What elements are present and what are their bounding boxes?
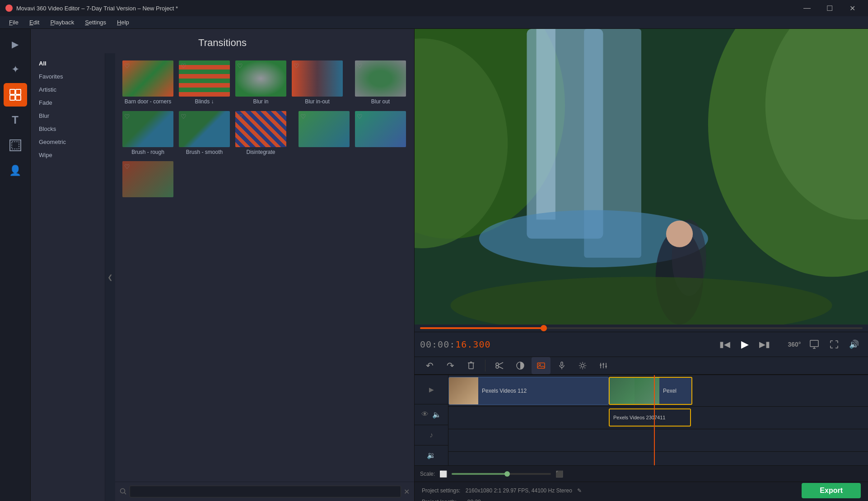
project-settings-label: Project settings: xyxy=(422,487,460,494)
svg-rect-39 xyxy=(602,364,604,365)
favorite-icon-blur-out[interactable]: ♡ xyxy=(357,62,363,70)
color-adjust-button[interactable] xyxy=(511,357,530,374)
category-favorites[interactable]: Favorites xyxy=(31,70,105,83)
search-input[interactable] xyxy=(130,486,401,497)
transition-barn-door[interactable]: ♡ Barn door - corners xyxy=(120,58,176,108)
scale-shrink-icon[interactable]: ⬜ xyxy=(439,470,447,478)
category-blocks[interactable]: Blocks xyxy=(31,122,105,135)
favorite-icon-barn[interactable]: ♡ xyxy=(124,62,130,70)
fullscreen-button[interactable] xyxy=(826,336,843,353)
favorite-icon-brush-rough[interactable]: ♡ xyxy=(124,113,130,120)
scale-track[interactable] xyxy=(452,473,551,475)
menu-edit[interactable]: Edit xyxy=(24,17,45,28)
favorite-icon-partial3[interactable]: ♡ xyxy=(124,163,130,170)
svg-point-6 xyxy=(121,489,125,493)
volume-button[interactable]: 🔊 xyxy=(845,336,863,353)
category-blur[interactable]: Blur xyxy=(31,109,105,122)
favorite-icon-blur-inout[interactable]: ♡ xyxy=(294,62,299,70)
fullscreen-icon xyxy=(830,340,839,349)
collapse-panel-button[interactable]: ❮ xyxy=(105,53,115,501)
export-button[interactable]: Export xyxy=(802,483,861,498)
music-note-icon[interactable]: ♪ xyxy=(429,431,433,439)
favorite-icon-disintegrate[interactable]: ♡ xyxy=(237,113,243,120)
export-frame-button[interactable] xyxy=(806,336,823,353)
cut-button[interactable] xyxy=(490,357,509,374)
favorite-icon-blinds[interactable]: ♡ xyxy=(181,62,187,70)
trash-icon xyxy=(467,361,476,370)
category-wipe[interactable]: Wipe xyxy=(31,148,105,162)
video-clip-1[interactable]: Pexels Videos 112 xyxy=(448,377,609,405)
eye-icon[interactable]: 👁 xyxy=(421,410,429,418)
transition-disintegrate[interactable]: ♡ Disintegrate xyxy=(233,108,289,159)
favorite-icon-partial2[interactable]: ♡ xyxy=(357,113,363,120)
favorite-icon-partial1[interactable]: ♡ xyxy=(300,113,306,120)
play-button[interactable]: ▶ xyxy=(736,336,753,353)
menu-help[interactable]: Help xyxy=(112,17,135,28)
redo-button[interactable]: ↷ xyxy=(441,357,460,374)
transitions-title: Transitions xyxy=(31,29,414,53)
image-effects-button[interactable] xyxy=(532,357,551,374)
sidebar-item-people[interactable]: 👤 xyxy=(4,159,27,182)
sidebar-item-overlay[interactable] xyxy=(4,134,27,157)
video-clip-2[interactable]: Pexel xyxy=(609,377,692,405)
skip-to-end-button[interactable]: ▶▮ xyxy=(756,336,773,353)
menu-file[interactable]: File xyxy=(4,17,24,28)
transition-blur-inout[interactable]: ♡ Blur in-out xyxy=(289,58,345,108)
transition-thumb-blinds: ♡ xyxy=(179,60,230,97)
menu-playback[interactable]: Playback xyxy=(45,17,79,28)
category-all[interactable]: All xyxy=(31,57,105,70)
subtitle-clip[interactable]: Pexels Videos 2307411 xyxy=(609,408,691,427)
category-sidebar: All Favorites Artistic Fade Blur Blocks … xyxy=(31,53,105,501)
transition-thumb-partial1: ♡ xyxy=(299,111,350,147)
mic-icon xyxy=(557,361,566,370)
scale-expand-icon[interactable]: ⬛ xyxy=(555,470,563,478)
transition-blinds[interactable]: ♡ Blinds ↓ xyxy=(176,58,233,108)
favorite-icon-brush-smooth[interactable]: ♡ xyxy=(181,113,187,120)
sidebar-item-text[interactable]: T xyxy=(4,108,27,132)
transition-brush-smooth[interactable]: ♡ Brush - smooth xyxy=(176,108,233,159)
transitions-panel: Transitions All Favorites Artistic Fade … xyxy=(31,29,415,501)
progress-thumb[interactable] xyxy=(541,325,547,331)
sidebar-item-magic[interactable]: ✦ xyxy=(4,58,27,81)
sidebar-item-video[interactable]: ▶ xyxy=(4,32,27,56)
audio-record-button[interactable] xyxy=(552,357,571,374)
category-geometric[interactable]: Geometric xyxy=(31,135,105,148)
svg-rect-1 xyxy=(16,89,21,94)
scale-thumb[interactable] xyxy=(504,471,510,477)
speaker-icon[interactable]: 🔈 xyxy=(432,410,441,419)
favorite-icon-blur-in[interactable]: ♡ xyxy=(237,62,243,70)
close-button[interactable]: ✕ xyxy=(842,0,863,16)
transition-partial2[interactable]: ♡ xyxy=(352,108,409,159)
category-fade[interactable]: Fade xyxy=(31,96,105,109)
equalizer-button[interactable] xyxy=(594,357,613,374)
undo-button[interactable]: ↶ xyxy=(420,357,439,374)
transition-partial1[interactable]: ♡ xyxy=(296,108,352,159)
search-clear-button[interactable]: ✕ xyxy=(404,487,410,496)
project-length-value: 00:20 xyxy=(467,499,481,501)
transition-blur-in[interactable]: ♡ Blur in xyxy=(233,58,289,108)
transition-blur-out[interactable]: ♡ Blur out xyxy=(352,58,409,108)
transition-name-blinds: Blinds ↓ xyxy=(179,98,230,106)
menu-settings[interactable]: Settings xyxy=(79,17,112,28)
maximize-button[interactable]: ☐ xyxy=(819,0,840,16)
delete-button[interactable] xyxy=(462,357,481,374)
minimize-button[interactable]: — xyxy=(797,0,817,16)
clip-settings-button[interactable] xyxy=(573,357,592,374)
category-artistic[interactable]: Artistic xyxy=(31,83,105,96)
rewind-to-start-button[interactable]: ▮◀ xyxy=(716,336,733,353)
transition-name-blur-out: Blur out xyxy=(355,98,406,106)
progress-track[interactable] xyxy=(420,327,863,329)
preview-progress[interactable] xyxy=(415,325,868,332)
right-panel: 00:00:16.300 ▮◀ ▶ ▶▮ 360° 🔊 xyxy=(415,29,868,501)
play-track-icon[interactable]: ▶ xyxy=(429,386,434,393)
edit-settings-icon[interactable]: ✎ xyxy=(577,487,582,494)
transition-thumb-partial3: ♡ xyxy=(122,161,173,197)
preview-svg xyxy=(415,29,868,325)
transition-brush-rough[interactable]: ♡ Brush - rough xyxy=(120,108,176,159)
transition-name-disintegrate: Disintegrate xyxy=(235,149,286,156)
volume-icon[interactable]: 🔉 xyxy=(427,451,436,459)
transition-name-brush-smooth: Brush - smooth xyxy=(179,149,230,156)
transition-partial3[interactable]: ♡ xyxy=(120,158,176,202)
360-view-button[interactable]: 360° xyxy=(786,336,803,353)
sidebar-item-transitions[interactable] xyxy=(4,83,27,107)
